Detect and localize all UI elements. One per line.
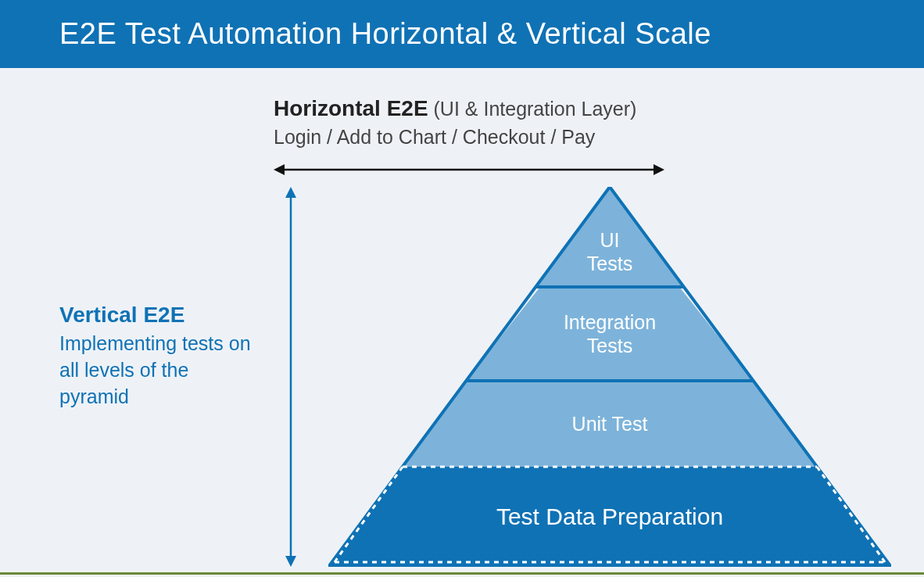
pyramid-layer-integration-tests: Integration Tests (466, 287, 754, 381)
pyramid-layer-label: UI Tests (587, 228, 632, 275)
pyramid-layer-label: Unit Test (572, 412, 648, 435)
vertical-e2e-block: Vertical E2E Implementing tests on all l… (59, 303, 255, 410)
pyramid-layer-label: Integration Tests (564, 310, 656, 357)
svg-marker-5 (285, 556, 296, 567)
horizontal-e2e-block: Horizontal E2E (UI & Integration Layer) … (274, 96, 636, 149)
vertical-e2e-title: Vertical E2E (59, 303, 255, 328)
pyramid-layer-test-data-preparation: Test Data Preparation (328, 467, 891, 567)
svg-marker-2 (654, 164, 664, 175)
pyramid-layer-unit-test: Unit Test (403, 381, 817, 467)
svg-marker-4 (285, 187, 296, 198)
horizontal-e2e-examples: Login / Add to Chart / Checkout / Pay (274, 126, 636, 149)
horizontal-e2e-subtitle: (UI & Integration Layer) (434, 98, 637, 120)
vertical-arrow-icon (281, 187, 300, 567)
header-bar: E2E Test Automation Horizontal & Vertica… (0, 0, 924, 68)
horizontal-arrow-icon (274, 160, 664, 179)
vertical-e2e-description: Implementing tests on all levels of the … (59, 331, 255, 410)
page-title: E2E Test Automation Horizontal & Vertica… (59, 17, 711, 50)
svg-marker-1 (274, 164, 285, 175)
pyramid-layer-ui-tests: UI Tests (535, 187, 684, 287)
diagram-body: Horizontal E2E (UI & Integration Layer) … (0, 68, 924, 575)
pyramid-layer-label: Test Data Preparation (496, 503, 723, 531)
test-pyramid: UI Tests Integration Tests Unit Test Tes… (328, 187, 891, 567)
footer-accent-line (0, 572, 924, 575)
horizontal-e2e-title: Horizontal E2E (274, 96, 428, 120)
